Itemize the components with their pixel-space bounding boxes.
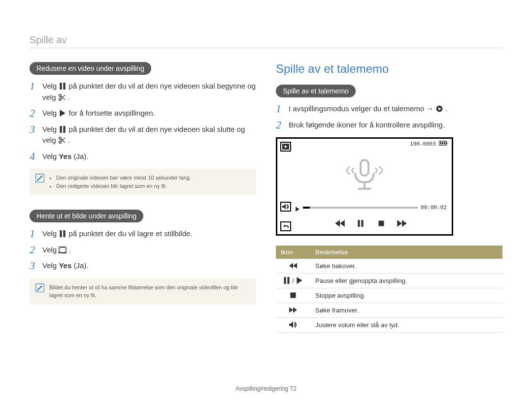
- step-1: 1 Velg på punktet der du vil at den nye …: [30, 81, 256, 103]
- table-row: / Pause eller gjenoppta avspilling.: [276, 274, 502, 288]
- pause-icon: [59, 126, 66, 133]
- note-icon: [35, 174, 44, 190]
- scissors-icon: [58, 94, 66, 101]
- scissors-icon: [58, 137, 66, 144]
- table-row: Søke bakover.: [276, 259, 502, 274]
- note-body: Bildet du henter ut vil ha samme filstør…: [49, 283, 250, 300]
- note-extract-image: Bildet du henter ut vil ha samme filstør…: [30, 278, 256, 305]
- step-2: 2 Velg .: [30, 245, 256, 256]
- note-icon: [35, 283, 44, 300]
- step-text: Velg på punktet der du vil lagre et stil…: [42, 228, 256, 240]
- step-2: 2 Bruk følgende ikoner for å kontrollere…: [276, 120, 502, 131]
- play-icon: [59, 110, 66, 117]
- table-row: Søke framover.: [276, 303, 502, 318]
- stop-button[interactable]: [374, 216, 388, 230]
- step-text: Velg på punktet der du vil at den nye vi…: [42, 81, 256, 103]
- left-column: Redusere en video under avspilling 1 Vel…: [30, 62, 256, 333]
- playback-mode-icon[interactable]: [280, 142, 291, 152]
- table-row: Stoppe avspilling.: [276, 288, 502, 303]
- step-text: Velg Yes (Ja).: [42, 151, 256, 162]
- step-number: 1: [30, 81, 37, 92]
- table-cell-desc: Stoppe avspilling.: [310, 288, 502, 303]
- step-4: 4 Velg Yes (Ja).: [30, 151, 256, 162]
- pause-icon: [59, 83, 66, 90]
- volume-icon: [289, 321, 297, 328]
- step-1: 1 I avspillingsmodus velger du et taleme…: [276, 103, 502, 115]
- table-cell-desc: Søke bakover.: [310, 259, 502, 274]
- progress-play-icon: [295, 205, 300, 210]
- progress-bar[interactable]: [303, 207, 418, 209]
- rewind-button[interactable]: [333, 216, 347, 230]
- page-footer: Avspilling/redigering 72: [0, 385, 532, 392]
- step-text: Bruk følgende ikoner for å kontrollere a…: [289, 120, 502, 131]
- pause-icon: [283, 277, 291, 284]
- table-cell-desc: Pause eller gjenoppta avspilling.: [310, 274, 502, 288]
- rewind-icon: [289, 262, 297, 269]
- step-number: 2: [276, 120, 284, 130]
- pause-button[interactable]: [354, 216, 367, 230]
- return-button[interactable]: [280, 221, 291, 231]
- table-header-icon: Ikon: [276, 246, 310, 259]
- step-2: 2 Velg for å fortsette avspillingen.: [30, 108, 256, 119]
- circle-play-icon: [435, 105, 443, 112]
- pill-extract-image: Hente ut et bilde under avspilling: [30, 210, 143, 222]
- step-number: 4: [30, 151, 37, 162]
- ffwd-icon: [289, 307, 297, 313]
- pill-voice-memo: Spille av et talememo: [276, 85, 356, 97]
- step-3: 3 Velg Yes (Ja).: [30, 260, 256, 272]
- steps-voice-memo: 1 I avspillingsmodus velger du et taleme…: [276, 103, 502, 130]
- progress-time: 00:00:02: [421, 204, 447, 211]
- pause-icon: [59, 230, 66, 237]
- step-text: Velg på punktet der du vil at den nye vi…: [42, 124, 256, 146]
- ffwd-button[interactable]: [395, 216, 409, 230]
- step-number: 3: [30, 260, 37, 271]
- step-text: Velg .: [42, 245, 256, 256]
- file-id: 100-0003: [410, 141, 436, 147]
- right-column: Spille av et talememo Spille av et talem…: [276, 62, 502, 333]
- film-icon: [59, 247, 66, 253]
- step-text: I avspillingsmodus velger du et talememo…: [289, 103, 502, 115]
- note-reduce-video: Den originale videoen bør være minst 10 …: [30, 169, 256, 195]
- step-3: 3 Velg på punktet der du vil at den nye …: [30, 124, 256, 146]
- step-1: 1 Velg på punktet der du vil lagre et st…: [30, 228, 256, 240]
- volume-button[interactable]: [280, 202, 291, 212]
- icon-description-table: Ikon Beskrivelse Søke bakover. /: [276, 246, 502, 333]
- stop-icon: [289, 292, 297, 299]
- steps-extract-image: 1 Velg på punktet der du vil lagre et st…: [30, 228, 256, 272]
- table-cell-desc: Justere volum eller slå av lyd.: [310, 318, 502, 333]
- step-number: 1: [30, 228, 37, 239]
- pill-reduce-video: Redusere en video under avspilling: [30, 62, 151, 75]
- steps-reduce-video: 1 Velg på punktet der du vil at den nye …: [30, 81, 256, 162]
- play-icon: [296, 277, 303, 284]
- step-number: 3: [30, 124, 37, 135]
- step-text: Velg Yes (Ja).: [42, 260, 256, 272]
- battery-icon: [439, 141, 448, 147]
- section-title: Spille av et talememo: [276, 62, 502, 76]
- table-cell-desc: Søke framover.: [310, 303, 502, 318]
- table-row: Justere volum eller slå av lyd.: [276, 318, 502, 333]
- step-number: 2: [30, 108, 37, 119]
- step-text: Velg for å fortsette avspillingen.: [42, 108, 256, 119]
- step-number: 1: [276, 103, 284, 114]
- step-number: 2: [30, 245, 37, 255]
- mic-icon: [277, 154, 452, 198]
- note-body: Den originale videoen bør være minst 10 …: [49, 174, 191, 190]
- breadcrumb: Spille av: [30, 34, 502, 48]
- device-screenshot: 100-0003 00:00:02: [276, 137, 453, 236]
- table-header-desc: Beskrivelse: [310, 246, 502, 259]
